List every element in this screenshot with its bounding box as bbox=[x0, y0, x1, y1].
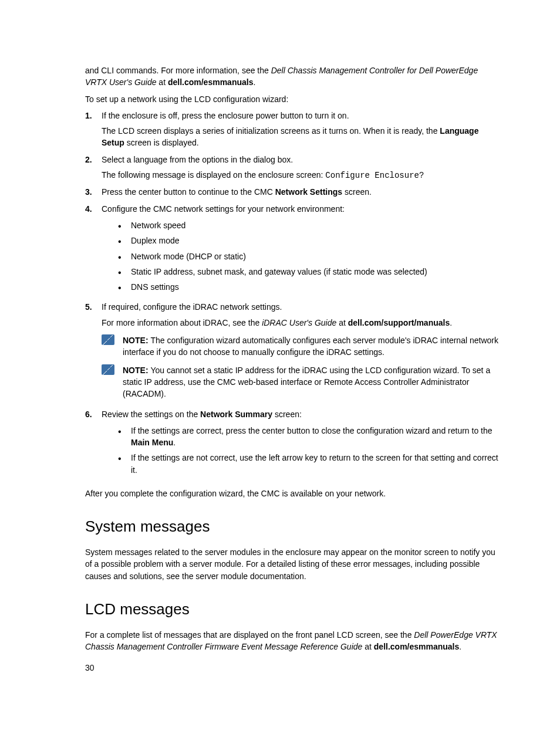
list-item: If the settings are correct, press the c… bbox=[118, 425, 501, 449]
step-text: If required, configure the iDRAC network… bbox=[102, 301, 501, 313]
note-icon bbox=[102, 334, 114, 345]
note-block: NOTE: You cannot set a static IP address… bbox=[102, 364, 501, 400]
step-number: 2. bbox=[85, 154, 102, 182]
step-number: 3. bbox=[85, 186, 102, 198]
text: screen: bbox=[272, 410, 302, 419]
list-item: If the settings are not correct, use the… bbox=[118, 452, 501, 476]
step-number: 5. bbox=[85, 301, 102, 403]
lead-sentence: To set up a network using the LCD config… bbox=[85, 93, 501, 105]
intro-end: . bbox=[253, 77, 255, 87]
text: screen. bbox=[342, 187, 372, 197]
note-label: NOTE: bbox=[123, 336, 150, 345]
step-subtext: For more information about iDRAC, see th… bbox=[102, 317, 501, 329]
list-item: Network speed bbox=[118, 219, 501, 231]
screen-name: Network Summary bbox=[200, 410, 272, 419]
note-body: You cannot set a static IP address for t… bbox=[123, 366, 490, 399]
step-1: 1. If the enclosure is off, press the en… bbox=[85, 110, 501, 149]
intro-link: dell.com/esmmanuals bbox=[168, 77, 254, 87]
step-body: Review the settings on the Network Summa… bbox=[102, 408, 501, 479]
page-number: 30 bbox=[85, 662, 95, 674]
note-text: NOTE: The configuration wizard automatic… bbox=[123, 334, 501, 359]
intro-fragment: and CLI commands. For more information, … bbox=[85, 65, 501, 89]
step-number: 4. bbox=[85, 203, 102, 297]
text: For more information about iDRAC, see th… bbox=[102, 318, 262, 327]
step-number: 6. bbox=[85, 408, 102, 479]
text: . bbox=[450, 318, 452, 327]
link-text: dell.com/support/manuals bbox=[348, 318, 450, 327]
closing-paragraph: After you complete the configuration wiz… bbox=[85, 488, 501, 499]
text: Press the center button to continue to t… bbox=[102, 187, 275, 197]
note-icon bbox=[102, 364, 114, 375]
text: The following message is displayed on th… bbox=[102, 170, 325, 180]
step-text: If the enclosure is off, press the enclo… bbox=[102, 110, 501, 121]
step-body: If required, configure the iDRAC network… bbox=[102, 301, 501, 403]
step-body: If the enclosure is off, press the enclo… bbox=[102, 110, 501, 149]
text: Review the settings on the bbox=[102, 410, 200, 419]
step-4: 4. Configure the CMC network settings fo… bbox=[85, 203, 501, 297]
step-text: Configure the CMC network settings for y… bbox=[102, 203, 501, 215]
text: . bbox=[173, 438, 176, 447]
note-text: NOTE: You cannot set a static IP address… bbox=[123, 364, 501, 400]
intro-at: at bbox=[156, 77, 167, 87]
text: The LCD screen displays a series of init… bbox=[102, 126, 440, 136]
steps-list: 1. If the enclosure is off, press the en… bbox=[85, 110, 501, 479]
note-body: The configuration wizard automatically c… bbox=[123, 336, 498, 357]
text: . bbox=[459, 642, 461, 651]
note-label: NOTE: bbox=[123, 366, 150, 375]
text: For a complete list of messages that are… bbox=[85, 630, 414, 640]
list-item: DNS settings bbox=[118, 281, 501, 293]
system-messages-paragraph: System messages related to the server mo… bbox=[85, 546, 501, 582]
review-list: If the settings are correct, press the c… bbox=[102, 425, 501, 476]
step-3: 3. Press the center button to continue t… bbox=[85, 186, 501, 198]
text: screen is displayed. bbox=[124, 138, 199, 147]
text: at bbox=[336, 318, 348, 327]
step-subtext: The following message is displayed on th… bbox=[102, 169, 501, 181]
list-item: Duplex mode bbox=[118, 235, 501, 246]
lcd-messages-heading: LCD messages bbox=[85, 598, 501, 621]
menu-name: Main Menu bbox=[131, 438, 173, 447]
step-number: 1. bbox=[85, 110, 102, 149]
note-block: NOTE: The configuration wizard automatic… bbox=[102, 334, 501, 359]
step-body: Configure the CMC network settings for y… bbox=[102, 203, 501, 297]
settings-list: Network speed Duplex mode Network mode (… bbox=[102, 219, 501, 293]
list-item: Static IP address, subnet mask, and gate… bbox=[118, 266, 501, 278]
text: at bbox=[362, 642, 373, 651]
list-item: Network mode (DHCP or static) bbox=[118, 251, 501, 262]
step-2: 2. Select a language from the options in… bbox=[85, 154, 501, 182]
guide-title: iDRAC User's Guide bbox=[262, 318, 336, 327]
lcd-messages-paragraph: For a complete list of messages that are… bbox=[85, 629, 501, 653]
step-6: 6. Review the settings on the Network Su… bbox=[85, 408, 501, 479]
link-text: dell.com/esmmanuals bbox=[374, 642, 460, 651]
console-message: Configure Enclosure? bbox=[325, 171, 424, 180]
screen-name: Network Settings bbox=[275, 187, 342, 197]
text: If the settings are correct, press the c… bbox=[131, 426, 492, 435]
step-body: Press the center button to continue to t… bbox=[102, 186, 501, 198]
system-messages-heading: System messages bbox=[85, 516, 501, 538]
step-text: Select a language from the options in th… bbox=[102, 154, 501, 165]
step-subtext: The LCD screen displays a series of init… bbox=[102, 125, 501, 149]
intro-text: and CLI commands. For more information, … bbox=[85, 66, 271, 75]
step-body: Select a language from the options in th… bbox=[102, 154, 501, 182]
step-5: 5. If required, configure the iDRAC netw… bbox=[85, 301, 501, 403]
document-page: and CLI commands. For more information, … bbox=[0, 0, 560, 744]
step-text: Review the settings on the Network Summa… bbox=[102, 408, 501, 420]
